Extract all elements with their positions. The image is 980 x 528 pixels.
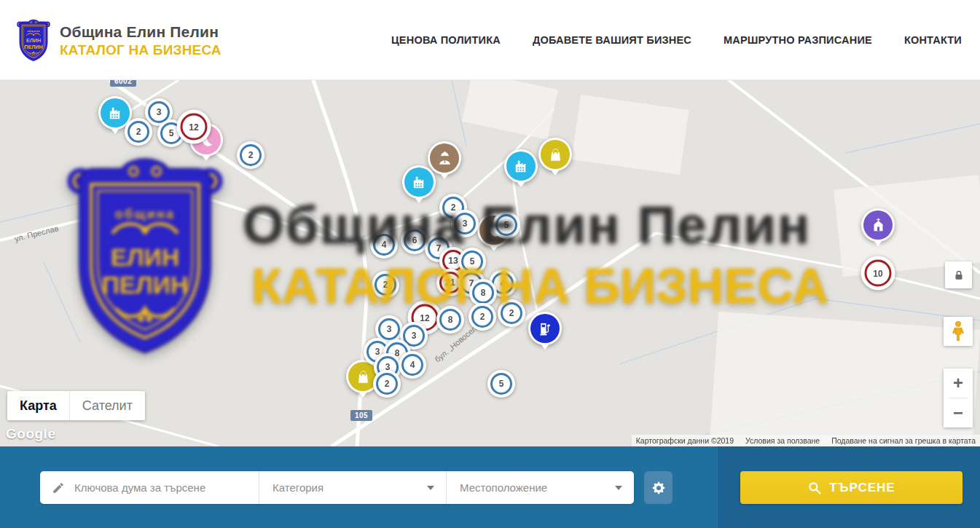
nav-add-your-business[interactable]: ДОБАВЕТЕ ВАШИЯТ БИЗНЕС bbox=[533, 34, 691, 46]
cluster-marker[interactable]: 2 bbox=[125, 118, 152, 146]
cluster-marker[interactable]: 8 bbox=[436, 306, 464, 334]
cluster-marker[interactable]: 10 bbox=[861, 256, 895, 291]
gas-station-icon bbox=[530, 314, 560, 343]
cluster-marker[interactable]: 4 bbox=[399, 351, 426, 379]
brand-text: Община Елин Пелин КАТАЛОГ НА БИЗНЕСА bbox=[60, 23, 222, 58]
cluster-marker[interactable]: 2 bbox=[469, 303, 496, 331]
brand-subtitle: КАТАЛОГ НА БИЗНЕСА bbox=[60, 42, 222, 58]
svg-text:община: община bbox=[27, 30, 40, 33]
cluster-count: 2 bbox=[248, 150, 254, 160]
pin-factory-marker[interactable] bbox=[402, 165, 436, 199]
cluster-count: 13 bbox=[448, 256, 458, 266]
category-select[interactable]: Категория bbox=[259, 471, 446, 504]
search-group: Категория Местоположение bbox=[40, 471, 634, 504]
map-canvas[interactable]: ул. Преславбул. „Новоселци"ци"6002105 32… bbox=[0, 80, 980, 446]
worker-icon bbox=[430, 143, 459, 173]
cluster-count: 4 bbox=[410, 360, 415, 370]
nav-contacts[interactable]: КОНТАКТИ bbox=[904, 34, 962, 46]
svg-text:ПЕЛИН: ПЕЛИН bbox=[24, 44, 42, 50]
zoom-out-button[interactable]: − bbox=[944, 398, 973, 427]
nav-pricing-policy[interactable]: ЦЕНОВА ПОЛИТИКА bbox=[391, 34, 501, 46]
category-select-value: Категория bbox=[273, 481, 324, 494]
cluster-count: 4 bbox=[501, 278, 506, 288]
svg-text:ЕЛИН: ЕЛИН bbox=[26, 37, 41, 44]
cluster-count: 7 bbox=[436, 243, 442, 253]
cluster-marker[interactable]: 5 bbox=[493, 211, 520, 239]
cluster-count: 4 bbox=[382, 240, 387, 250]
cluster-count: 6 bbox=[412, 235, 418, 245]
factory-icon bbox=[506, 151, 536, 181]
advanced-settings-button[interactable] bbox=[644, 471, 673, 504]
search-icon bbox=[807, 481, 822, 495]
location-select[interactable]: Местоположение bbox=[446, 471, 634, 504]
attribution-copyright: Картографски данни ©2019 bbox=[636, 436, 734, 445]
pin-factory-marker[interactable] bbox=[504, 149, 538, 183]
cluster-count: 2 bbox=[136, 127, 141, 137]
page: община ЕЛИН ПЕЛИН Община Елин Пелин КАТА… bbox=[0, 0, 980, 528]
chevron-down-icon bbox=[427, 486, 434, 490]
cluster-count: 3 bbox=[157, 107, 162, 117]
pin-shopping-bag-marker[interactable] bbox=[538, 138, 572, 171]
cluster-count: 2 bbox=[509, 308, 514, 318]
cluster-marker[interactable]: 5 bbox=[487, 370, 515, 398]
attribution-report-link[interactable]: Подаване на сигнал за грешка в картата bbox=[831, 436, 976, 445]
search-button-label: ТЪРСЕНЕ bbox=[829, 481, 895, 495]
map-attribution: Картографски данни ©2019 Условия за полз… bbox=[632, 435, 980, 446]
search-button[interactable]: ТЪРСЕНЕ bbox=[740, 471, 963, 504]
cluster-count: 2 bbox=[383, 280, 388, 290]
cluster-count: 5 bbox=[499, 379, 504, 389]
attribution-terms-link[interactable]: Условия за ползване bbox=[745, 436, 820, 445]
road-number-badge: 105 bbox=[350, 410, 372, 421]
cluster-count: 3 bbox=[463, 218, 468, 229]
cluster-count: 8 bbox=[481, 288, 486, 298]
keyword-search-input[interactable] bbox=[74, 481, 259, 494]
church-icon bbox=[863, 210, 893, 240]
gear-icon bbox=[651, 480, 667, 496]
cluster-marker[interactable]: 3 bbox=[451, 210, 479, 237]
cluster-count: 5 bbox=[470, 256, 475, 267]
map-type-control: Карта Сателит bbox=[7, 391, 145, 420]
shopping-bag-icon bbox=[541, 140, 570, 169]
cluster-marker[interactable]: 2 bbox=[498, 299, 525, 327]
cluster-count: 5 bbox=[504, 220, 509, 230]
chevron-down-icon bbox=[615, 486, 622, 490]
map-view-button[interactable]: Карта bbox=[7, 391, 69, 420]
zoom-control: + − bbox=[944, 369, 973, 427]
lock-control-button[interactable] bbox=[945, 261, 972, 288]
keyword-field-wrap bbox=[40, 471, 259, 504]
street-view-pegman[interactable] bbox=[944, 317, 973, 346]
cluster-marker[interactable]: 12 bbox=[177, 110, 211, 144]
pin-church-marker[interactable] bbox=[861, 208, 895, 242]
location-select-value: Местоположение bbox=[460, 481, 547, 494]
cluster-marker[interactable]: 2 bbox=[237, 141, 264, 169]
satellite-view-button[interactable]: Сателит bbox=[69, 391, 145, 420]
road-number-badge: 6002 bbox=[110, 80, 136, 87]
cluster-count: 12 bbox=[420, 312, 429, 323]
cluster-count: 5 bbox=[169, 128, 174, 138]
cluster-marker[interactable]: 2 bbox=[372, 271, 399, 299]
cluster-marker[interactable]: 4 bbox=[370, 231, 398, 259]
search-bar: Категория Местоположение ТЪРСЕНЕ bbox=[0, 446, 980, 528]
site-logo[interactable]: община ЕЛИН ПЕЛИН Община Елин Пелин КАТА… bbox=[16, 19, 222, 63]
cluster-count: 2 bbox=[451, 202, 456, 213]
cluster-count: 21 bbox=[445, 277, 455, 288]
cluster-count: 10 bbox=[873, 268, 882, 278]
brand-title: Община Елин Пелин bbox=[60, 23, 222, 41]
factory-icon bbox=[404, 168, 434, 197]
pegman-icon bbox=[949, 320, 968, 342]
cluster-count: 3 bbox=[387, 324, 392, 334]
cluster-count: 2 bbox=[385, 379, 390, 389]
zoom-in-button[interactable]: + bbox=[944, 369, 973, 398]
cluster-count: 8 bbox=[448, 315, 453, 325]
google-logo[interactable]: Google bbox=[6, 426, 55, 442]
cluster-marker[interactable]: 2 bbox=[373, 370, 401, 398]
nav-route-schedule[interactable]: МАРШРУТНО РАЗПИСАНИЕ bbox=[724, 34, 872, 46]
header: община ЕЛИН ПЕЛИН Община Елин Пелин КАТА… bbox=[0, 0, 980, 80]
pin-worker-marker[interactable] bbox=[428, 141, 461, 175]
pencil-icon bbox=[52, 481, 65, 494]
lock-icon bbox=[952, 269, 965, 282]
factory-icon bbox=[101, 98, 130, 127]
cluster-count: 3 bbox=[412, 331, 417, 341]
pin-gas-station-marker[interactable] bbox=[528, 312, 562, 345]
cluster-count: 2 bbox=[480, 312, 485, 322]
